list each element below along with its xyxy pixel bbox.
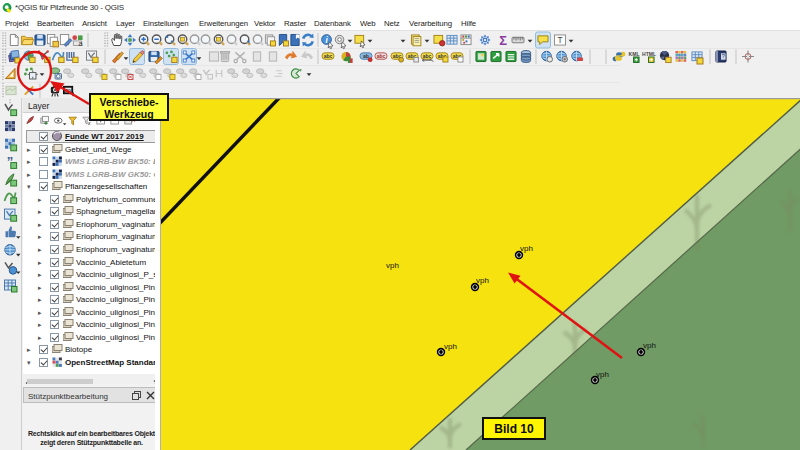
svg-text:vph: vph <box>520 244 533 253</box>
svg-text:?: ? <box>722 53 725 59</box>
svg-text:abc: abc <box>324 53 333 59</box>
svg-text:HTML: HTML <box>642 51 656 57</box>
svg-text:vph: vph <box>643 341 656 350</box>
svg-text:T: T <box>557 36 562 45</box>
svg-text:abc: abc <box>377 53 386 59</box>
svg-text:vph: vph <box>386 261 399 270</box>
svg-text:KML: KML <box>629 51 640 57</box>
svg-text:Bild 10: Bild 10 <box>494 422 534 436</box>
svg-text:vph: vph <box>444 342 457 351</box>
svg-text:vph: vph <box>476 276 489 285</box>
svg-text:ab: ab <box>363 53 369 59</box>
svg-text:abc: abc <box>423 53 432 59</box>
svg-text:Σ: Σ <box>499 33 507 48</box>
